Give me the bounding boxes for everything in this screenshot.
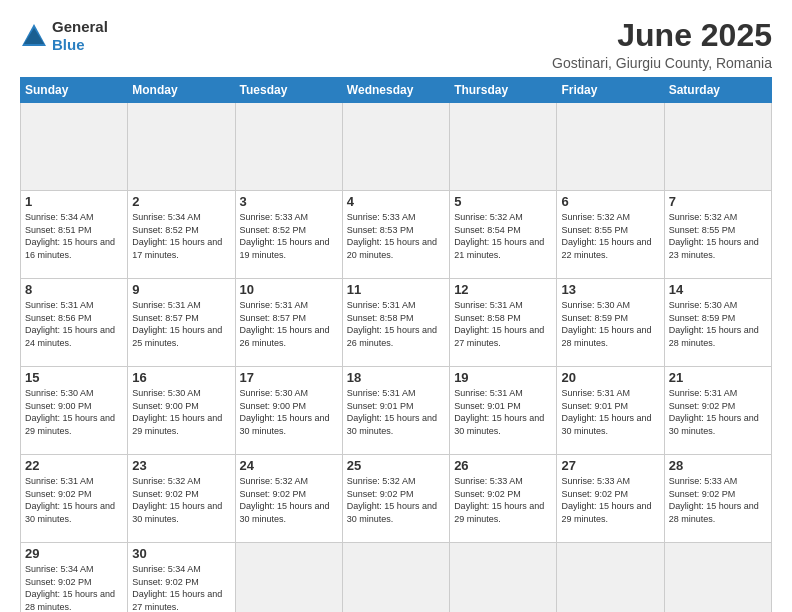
day-number: 25 — [347, 458, 445, 473]
day-info: Sunrise: 5:32 AMSunset: 8:55 PMDaylight:… — [669, 211, 767, 261]
day-info: Sunrise: 5:31 AMSunset: 8:56 PMDaylight:… — [25, 299, 123, 349]
day-number: 5 — [454, 194, 552, 209]
day-info: Sunrise: 5:33 AMSunset: 9:02 PMDaylight:… — [669, 475, 767, 525]
col-tuesday: Tuesday — [235, 78, 342, 103]
table-row: 2Sunrise: 5:34 AMSunset: 8:52 PMDaylight… — [128, 191, 235, 279]
table-row: 11Sunrise: 5:31 AMSunset: 8:58 PMDayligh… — [342, 279, 449, 367]
table-row: 19Sunrise: 5:31 AMSunset: 9:01 PMDayligh… — [450, 367, 557, 455]
day-number: 24 — [240, 458, 338, 473]
table-row: 14Sunrise: 5:30 AMSunset: 8:59 PMDayligh… — [664, 279, 771, 367]
day-number: 4 — [347, 194, 445, 209]
day-info: Sunrise: 5:33 AMSunset: 8:53 PMDaylight:… — [347, 211, 445, 261]
day-info: Sunrise: 5:30 AMSunset: 8:59 PMDaylight:… — [561, 299, 659, 349]
month-title: June 2025 — [552, 18, 772, 53]
day-info: Sunrise: 5:33 AMSunset: 9:02 PMDaylight:… — [454, 475, 552, 525]
day-info: Sunrise: 5:31 AMSunset: 8:57 PMDaylight:… — [240, 299, 338, 349]
calendar-page: General Blue June 2025 Gostinari, Giurgi… — [0, 0, 792, 612]
day-info: Sunrise: 5:31 AMSunset: 9:01 PMDaylight:… — [347, 387, 445, 437]
day-number: 28 — [669, 458, 767, 473]
col-sunday: Sunday — [21, 78, 128, 103]
day-number: 13 — [561, 282, 659, 297]
logo-blue: Blue — [52, 36, 85, 53]
day-number: 10 — [240, 282, 338, 297]
logo-general: General — [52, 18, 108, 35]
table-row: 12Sunrise: 5:31 AMSunset: 8:58 PMDayligh… — [450, 279, 557, 367]
table-row: 8Sunrise: 5:31 AMSunset: 8:56 PMDaylight… — [21, 279, 128, 367]
col-monday: Monday — [128, 78, 235, 103]
day-number: 8 — [25, 282, 123, 297]
day-info: Sunrise: 5:30 AMSunset: 8:59 PMDaylight:… — [669, 299, 767, 349]
table-row — [664, 103, 771, 191]
day-info: Sunrise: 5:32 AMSunset: 9:02 PMDaylight:… — [347, 475, 445, 525]
day-number: 6 — [561, 194, 659, 209]
day-number: 16 — [132, 370, 230, 385]
day-number: 9 — [132, 282, 230, 297]
logo-icon — [20, 22, 48, 50]
calendar-row — [21, 103, 772, 191]
day-info: Sunrise: 5:31 AMSunset: 9:02 PMDaylight:… — [25, 475, 123, 525]
day-info: Sunrise: 5:34 AMSunset: 8:51 PMDaylight:… — [25, 211, 123, 261]
table-row: 6Sunrise: 5:32 AMSunset: 8:55 PMDaylight… — [557, 191, 664, 279]
svg-marker-1 — [24, 28, 44, 44]
table-row — [235, 543, 342, 612]
table-row — [128, 103, 235, 191]
day-number: 22 — [25, 458, 123, 473]
col-saturday: Saturday — [664, 78, 771, 103]
day-number: 27 — [561, 458, 659, 473]
header: General Blue June 2025 Gostinari, Giurgi… — [20, 18, 772, 71]
day-number: 2 — [132, 194, 230, 209]
day-number: 23 — [132, 458, 230, 473]
day-info: Sunrise: 5:34 AMSunset: 8:52 PMDaylight:… — [132, 211, 230, 261]
day-info: Sunrise: 5:34 AMSunset: 9:02 PMDaylight:… — [132, 563, 230, 612]
logo: General Blue — [20, 18, 108, 54]
calendar-row: 29Sunrise: 5:34 AMSunset: 9:02 PMDayligh… — [21, 543, 772, 612]
table-row: 16Sunrise: 5:30 AMSunset: 9:00 PMDayligh… — [128, 367, 235, 455]
table-row — [342, 103, 449, 191]
day-info: Sunrise: 5:32 AMSunset: 8:54 PMDaylight:… — [454, 211, 552, 261]
table-row — [450, 543, 557, 612]
table-row: 18Sunrise: 5:31 AMSunset: 9:01 PMDayligh… — [342, 367, 449, 455]
day-number: 17 — [240, 370, 338, 385]
logo-text: General Blue — [52, 18, 108, 54]
day-number: 19 — [454, 370, 552, 385]
day-number: 26 — [454, 458, 552, 473]
table-row — [21, 103, 128, 191]
table-row — [450, 103, 557, 191]
table-row: 13Sunrise: 5:30 AMSunset: 8:59 PMDayligh… — [557, 279, 664, 367]
day-number: 18 — [347, 370, 445, 385]
table-row: 4Sunrise: 5:33 AMSunset: 8:53 PMDaylight… — [342, 191, 449, 279]
table-row: 15Sunrise: 5:30 AMSunset: 9:00 PMDayligh… — [21, 367, 128, 455]
table-row — [342, 543, 449, 612]
col-wednesday: Wednesday — [342, 78, 449, 103]
table-row — [557, 543, 664, 612]
table-row: 28Sunrise: 5:33 AMSunset: 9:02 PMDayligh… — [664, 455, 771, 543]
table-row: 29Sunrise: 5:34 AMSunset: 9:02 PMDayligh… — [21, 543, 128, 612]
day-info: Sunrise: 5:31 AMSunset: 9:01 PMDaylight:… — [561, 387, 659, 437]
day-number: 12 — [454, 282, 552, 297]
day-number: 11 — [347, 282, 445, 297]
day-info: Sunrise: 5:32 AMSunset: 9:02 PMDaylight:… — [240, 475, 338, 525]
calendar-row: 15Sunrise: 5:30 AMSunset: 9:00 PMDayligh… — [21, 367, 772, 455]
table-row: 5Sunrise: 5:32 AMSunset: 8:54 PMDaylight… — [450, 191, 557, 279]
day-info: Sunrise: 5:33 AMSunset: 9:02 PMDaylight:… — [561, 475, 659, 525]
table-row: 3Sunrise: 5:33 AMSunset: 8:52 PMDaylight… — [235, 191, 342, 279]
col-thursday: Thursday — [450, 78, 557, 103]
day-info: Sunrise: 5:33 AMSunset: 8:52 PMDaylight:… — [240, 211, 338, 261]
calendar-row: 8Sunrise: 5:31 AMSunset: 8:56 PMDaylight… — [21, 279, 772, 367]
table-row: 24Sunrise: 5:32 AMSunset: 9:02 PMDayligh… — [235, 455, 342, 543]
day-info: Sunrise: 5:30 AMSunset: 9:00 PMDaylight:… — [25, 387, 123, 437]
table-row: 27Sunrise: 5:33 AMSunset: 9:02 PMDayligh… — [557, 455, 664, 543]
day-info: Sunrise: 5:31 AMSunset: 9:01 PMDaylight:… — [454, 387, 552, 437]
table-row: 30Sunrise: 5:34 AMSunset: 9:02 PMDayligh… — [128, 543, 235, 612]
day-number: 15 — [25, 370, 123, 385]
calendar-row: 1Sunrise: 5:34 AMSunset: 8:51 PMDaylight… — [21, 191, 772, 279]
day-info: Sunrise: 5:30 AMSunset: 9:00 PMDaylight:… — [132, 387, 230, 437]
calendar-header-row: Sunday Monday Tuesday Wednesday Thursday… — [21, 78, 772, 103]
day-number: 3 — [240, 194, 338, 209]
table-row: 26Sunrise: 5:33 AMSunset: 9:02 PMDayligh… — [450, 455, 557, 543]
table-row: 7Sunrise: 5:32 AMSunset: 8:55 PMDaylight… — [664, 191, 771, 279]
table-row: 23Sunrise: 5:32 AMSunset: 9:02 PMDayligh… — [128, 455, 235, 543]
day-number: 29 — [25, 546, 123, 561]
table-row: 9Sunrise: 5:31 AMSunset: 8:57 PMDaylight… — [128, 279, 235, 367]
table-row: 25Sunrise: 5:32 AMSunset: 9:02 PMDayligh… — [342, 455, 449, 543]
